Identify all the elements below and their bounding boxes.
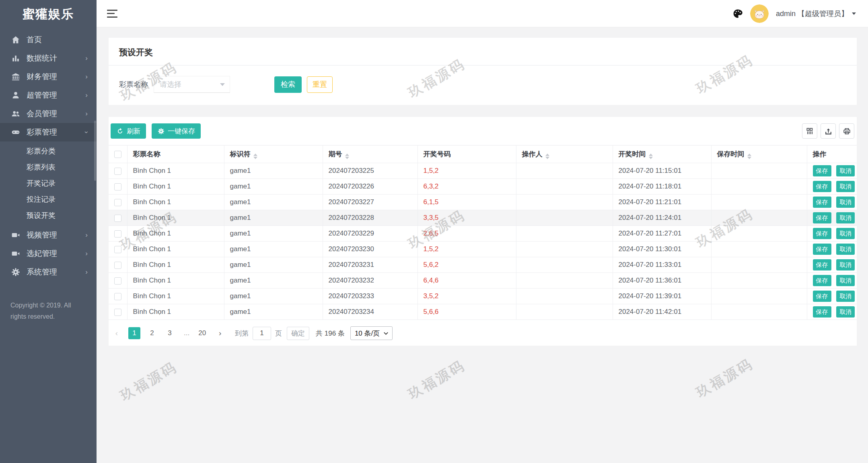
row-checkbox-cell bbox=[109, 226, 127, 242]
page-title: 预设开奖 bbox=[109, 38, 857, 65]
cell-issue: 202407203226 bbox=[323, 179, 418, 195]
sidebar-item-draw-records[interactable]: 开奖记录 bbox=[0, 175, 97, 191]
col-issue[interactable]: 期号 bbox=[323, 145, 418, 163]
cell-draw-time: 2024-07-20 11:18:01 bbox=[613, 179, 711, 195]
row-checkbox[interactable] bbox=[114, 309, 121, 316]
row-cancel-button[interactable]: 取消 bbox=[836, 275, 855, 286]
search-button[interactable]: 检索 bbox=[274, 76, 302, 93]
row-checkbox[interactable] bbox=[114, 262, 121, 269]
export-button[interactable] bbox=[821, 123, 836, 139]
sidebar-item-lottery-list[interactable]: 彩票列表 bbox=[0, 159, 97, 175]
cell-draw-numbers: 3,3,5 bbox=[418, 210, 516, 226]
table-row: Bình Chọn 1 game1 202407203228 3,3,5 202… bbox=[109, 210, 857, 226]
lottery-name-select[interactable]: 请选择 bbox=[154, 76, 230, 93]
filter-panel: 预设开奖 彩票名称 请选择 检索 重置 bbox=[109, 38, 857, 105]
row-checkbox[interactable] bbox=[114, 183, 121, 191]
cell-lottery-name: Bình Chọn 1 bbox=[127, 242, 224, 257]
row-save-button[interactable]: 保存 bbox=[813, 306, 831, 318]
cell-draw-numbers: 6,1,5 bbox=[418, 195, 516, 210]
row-cancel-button[interactable]: 取消 bbox=[836, 291, 855, 302]
theme-palette-icon[interactable] bbox=[732, 8, 743, 19]
row-cancel-button[interactable]: 取消 bbox=[836, 259, 855, 270]
sidebar-item-members[interactable]: 会员管理 › bbox=[0, 104, 97, 123]
row-save-button[interactable]: 保存 bbox=[813, 275, 831, 286]
avatar[interactable] bbox=[750, 4, 769, 23]
row-cancel-button[interactable]: 取消 bbox=[836, 306, 855, 318]
cell-save-time bbox=[711, 304, 807, 320]
row-checkbox[interactable] bbox=[114, 277, 121, 285]
sidebar-item-label: 视频管理 bbox=[27, 230, 57, 240]
columns-icon bbox=[806, 127, 814, 135]
prev-page-button[interactable]: ‹ bbox=[111, 327, 123, 339]
cell-lottery-name: Bình Chọn 1 bbox=[127, 289, 224, 304]
sidebar-item-system[interactable]: 系统管理 › bbox=[0, 263, 97, 281]
reset-button[interactable]: 重置 bbox=[307, 76, 333, 93]
goto-confirm-button[interactable]: 确定 bbox=[287, 327, 309, 340]
sidebar-item-video[interactable]: 视频管理 › bbox=[0, 226, 97, 244]
home-icon bbox=[11, 35, 20, 44]
row-save-button[interactable]: 保存 bbox=[813, 197, 831, 208]
select-all-checkbox[interactable] bbox=[114, 151, 121, 158]
page-button-2[interactable]: 2 bbox=[146, 327, 158, 339]
row-cancel-button[interactable]: 取消 bbox=[836, 228, 855, 239]
row-checkbox[interactable] bbox=[114, 215, 121, 222]
row-cancel-button[interactable]: 取消 bbox=[836, 212, 855, 223]
cell-save-time bbox=[711, 289, 807, 304]
col-operator[interactable]: 操作人 bbox=[516, 145, 613, 163]
row-save-button[interactable]: 保存 bbox=[813, 228, 831, 239]
caret-down-icon bbox=[852, 12, 856, 15]
print-button[interactable] bbox=[839, 123, 854, 139]
sidebar-item-concubine[interactable]: 选妃管理 › bbox=[0, 244, 97, 263]
col-save-time[interactable]: 保存时间 bbox=[711, 145, 807, 163]
page-button-1[interactable]: 1 bbox=[128, 327, 140, 339]
sidebar-item-supervisor[interactable]: 超管管理 › bbox=[0, 86, 97, 104]
row-cancel-button[interactable]: 取消 bbox=[836, 197, 855, 208]
sidebar-item-label: 彩票管理 bbox=[27, 127, 57, 137]
row-checkbox[interactable] bbox=[114, 230, 121, 238]
cell-actions: 保存 取消 bbox=[807, 242, 857, 257]
next-page-button[interactable]: › bbox=[214, 327, 226, 339]
row-save-button[interactable]: 保存 bbox=[813, 181, 831, 192]
sidebar-item-bet-records[interactable]: 投注记录 bbox=[0, 191, 97, 207]
menu-toggle-icon[interactable] bbox=[107, 10, 117, 18]
lottery-name-label: 彩票名称 bbox=[119, 80, 148, 89]
chevron-right-icon: › bbox=[85, 73, 88, 81]
row-checkbox[interactable] bbox=[114, 199, 121, 206]
col-code[interactable]: 标识符 bbox=[224, 145, 323, 163]
admin-user-menu[interactable]: admin 【超级管理员】 bbox=[776, 9, 856, 18]
cell-draw-numbers: 1,5,2 bbox=[418, 163, 516, 179]
sidebar-item-home[interactable]: 首页 bbox=[0, 31, 97, 49]
sidebar-scrollbar[interactable] bbox=[94, 121, 96, 181]
page-button-20[interactable]: 20 bbox=[196, 327, 208, 339]
row-save-button[interactable]: 保存 bbox=[813, 259, 831, 270]
save-all-button[interactable]: 一键保存 bbox=[152, 123, 201, 139]
row-checkbox[interactable] bbox=[114, 168, 121, 175]
sidebar-item-statistics[interactable]: 数据统计 › bbox=[0, 49, 97, 68]
page-button-3[interactable]: 3 bbox=[164, 327, 176, 339]
refresh-button[interactable]: 刷新 bbox=[111, 123, 146, 139]
row-cancel-button[interactable]: 取消 bbox=[836, 244, 855, 255]
row-checkbox-cell bbox=[109, 242, 127, 257]
sidebar-item-lottery[interactable]: 彩票管理 › bbox=[0, 123, 97, 141]
printer-icon bbox=[843, 127, 851, 135]
row-save-button[interactable]: 保存 bbox=[813, 165, 831, 176]
cell-save-time bbox=[711, 163, 807, 179]
cell-draw-numbers: 3,5,2 bbox=[418, 289, 516, 304]
sidebar-item-finance[interactable]: 财务管理 › bbox=[0, 68, 97, 86]
row-cancel-button[interactable]: 取消 bbox=[836, 165, 855, 176]
col-draw-time[interactable]: 开奖时间 bbox=[613, 145, 711, 163]
columns-toggle-button[interactable] bbox=[802, 123, 817, 139]
lottery-submenu: 彩票分类 彩票列表 开奖记录 投注记录 预设开奖 bbox=[0, 141, 97, 226]
row-save-button[interactable]: 保存 bbox=[813, 244, 831, 255]
row-checkbox-cell bbox=[109, 195, 127, 210]
row-save-button[interactable]: 保存 bbox=[813, 212, 831, 223]
row-cancel-button[interactable]: 取消 bbox=[836, 181, 855, 192]
sidebar-item-preset-draw[interactable]: 预设开奖 bbox=[0, 207, 97, 223]
row-save-button[interactable]: 保存 bbox=[813, 291, 831, 302]
page-size-select[interactable]: 10 条/页 bbox=[350, 326, 393, 340]
row-checkbox[interactable] bbox=[114, 246, 121, 253]
sidebar-item-lottery-category[interactable]: 彩票分类 bbox=[0, 143, 97, 159]
goto-page-input[interactable] bbox=[253, 327, 271, 340]
cell-code: game1 bbox=[224, 289, 323, 304]
row-checkbox[interactable] bbox=[114, 293, 121, 300]
